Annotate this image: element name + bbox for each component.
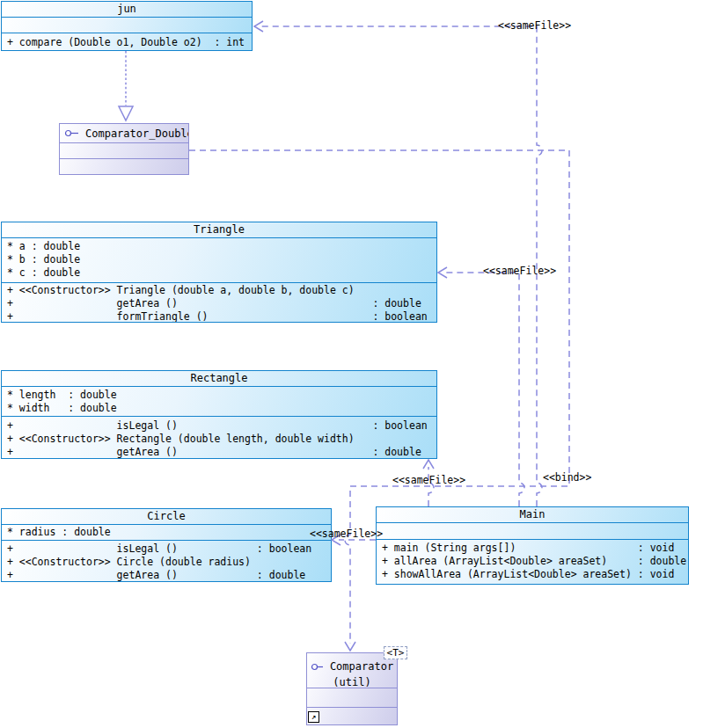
method: + getArea () : double [2, 569, 331, 582]
methods-compartment: + isLegal () : boolean + <<Constructor>>… [2, 540, 331, 583]
attribute: * radius : double [2, 525, 331, 539]
attributes-compartment: * length : double * width : double [2, 386, 436, 416]
method: + <<Constructor>> Triangle (double a, do… [2, 283, 436, 297]
realization-jun-to-comparator-double[interactable] [119, 51, 133, 120]
method: + showAllArea (ArrayList<Double> areaSet… [377, 568, 688, 581]
dependency-main-to-triangle[interactable] [438, 267, 524, 506]
methods-compartment [307, 707, 397, 725]
attribute: * width : double [2, 402, 436, 415]
class-triangle[interactable]: Triangle * a : double * b : double * c :… [1, 222, 437, 323]
uml-diagram-canvas: jun + compare (Double o1, Double o2) : i… [0, 0, 703, 728]
methods-compartment: + compare (Double o1, Double o2) : int [2, 33, 252, 50]
class-subtitle: (util) [307, 676, 397, 688]
attributes-compartment [60, 142, 188, 158]
class-title: Triangle [2, 222, 436, 237]
class-title: Circle [2, 509, 331, 524]
class-title: Comparator [330, 660, 393, 673]
stereotype-label-samefile-rectangle[interactable]: <<sameFile>> [392, 475, 465, 486]
method: + isLegal () : boolean [2, 417, 436, 433]
class-circle[interactable]: Circle * radius : double + isLegal () : … [1, 508, 332, 582]
attributes-compartment [2, 17, 252, 33]
interface-lollipop-icon [64, 129, 80, 137]
methods-compartment [60, 158, 188, 174]
class-rectangle[interactable]: Rectangle * length : double * width : do… [1, 370, 437, 459]
method: + main (String args[]) : void [377, 540, 688, 555]
class-title: jun [2, 2, 252, 17]
attributes-compartment [307, 688, 397, 707]
method: + compare (Double o1, Double o2) : int [2, 33, 252, 49]
class-jun[interactable]: jun + compare (Double o1, Double o2) : i… [1, 1, 253, 51]
class-main[interactable]: Main + main (String args[]) : void + all… [376, 506, 689, 585]
stereotype-label-samefile-jun[interactable]: <<sameFile>> [498, 20, 571, 32]
class-title: Comparator_Double [85, 127, 188, 140]
external-link-icon: ↗ [308, 711, 319, 723]
methods-compartment: + <<Constructor>> Triangle (double a, do… [2, 282, 436, 322]
method: + getArea () : double [2, 446, 436, 458]
interface-lollipop-icon [311, 663, 325, 671]
stereotype-label-bind[interactable]: <<bind>> [543, 472, 591, 484]
method: + isLegal () : boolean [2, 541, 331, 556]
interface-comparator-util[interactable]: Comparator (util) [306, 652, 398, 725]
template-parameter-box[interactable]: <T> [384, 646, 407, 659]
method: + formTriangle () : boolean [2, 310, 436, 322]
attributes-compartment: * a : double * b : double * c : double [2, 237, 436, 282]
attribute: * a : double [2, 238, 436, 253]
stereotype-label-samefile-triangle[interactable]: <<sameFile>> [483, 266, 556, 277]
class-title-row: Comparator_Double [60, 124, 188, 142]
method: + <<Constructor>> Circle (double radius) [2, 556, 331, 569]
attributes-compartment [377, 522, 688, 539]
method: + allArea (ArrayList<Double> areaSet) : … [377, 555, 688, 568]
methods-compartment: + main (String args[]) : void + allArea … [377, 539, 688, 584]
attribute: * c : double [2, 266, 436, 280]
methods-compartment: + isLegal () : boolean + <<Constructor>>… [2, 416, 436, 458]
attribute: * length : double [2, 387, 436, 402]
interface-comparator-double[interactable]: Comparator_Double [59, 123, 189, 175]
attributes-compartment: * radius : double [2, 524, 331, 540]
method: + <<Constructor>> Rectangle (double leng… [2, 433, 436, 446]
class-title: Rectangle [2, 371, 436, 386]
class-title: Main [377, 507, 688, 522]
method: + getArea () : double [2, 297, 436, 310]
attribute: * b : double [2, 253, 436, 266]
stereotype-label-samefile-circle[interactable]: <<sameFile>> [310, 528, 383, 540]
connector-layer [0, 0, 703, 728]
